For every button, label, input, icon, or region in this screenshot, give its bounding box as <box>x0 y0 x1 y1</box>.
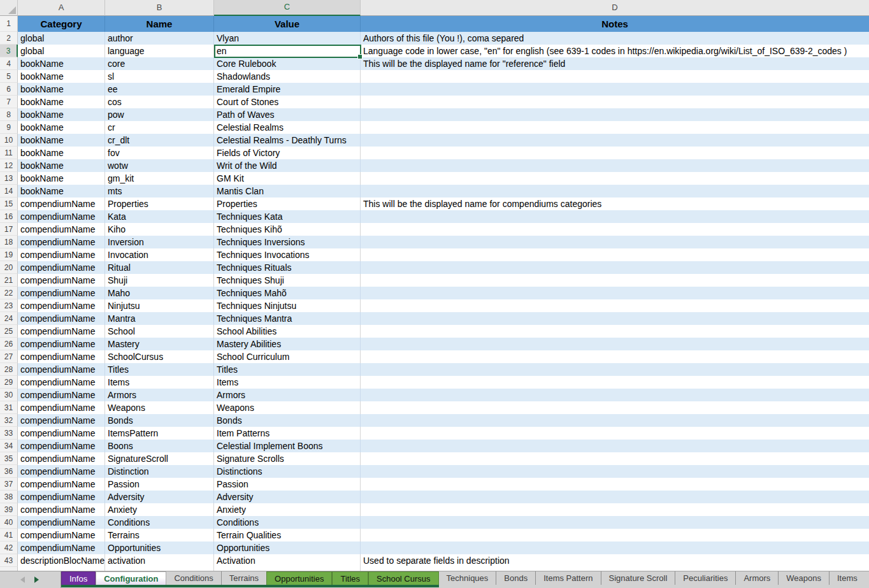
cell-name[interactable]: Invocation <box>105 248 214 261</box>
cell-notes[interactable] <box>361 172 869 185</box>
cell-value[interactable]: Core Rulebook <box>214 57 361 70</box>
row-number[interactable]: 8 <box>0 108 18 121</box>
row-number[interactable]: 3 <box>0 45 18 57</box>
row-number[interactable]: 12 <box>0 159 18 172</box>
cell-value[interactable]: Opportunities <box>214 541 361 554</box>
row-number[interactable]: 6 <box>0 83 18 96</box>
sheet-tab-infos[interactable]: Infos <box>61 571 96 585</box>
row-number[interactable]: 26 <box>0 338 18 350</box>
row-number[interactable]: 38 <box>0 491 18 503</box>
cell-name[interactable]: Terrains <box>105 529 214 541</box>
cell-category[interactable]: bookName <box>18 147 105 159</box>
cell-category[interactable]: global <box>18 45 105 57</box>
cell-category[interactable]: compendiumName <box>18 325 105 338</box>
cell-value[interactable]: Techniques Mantra <box>214 312 361 325</box>
row-number[interactable]: 11 <box>0 147 18 159</box>
cell-value[interactable]: Path of Waves <box>214 108 361 121</box>
row-number[interactable]: 13 <box>0 172 18 185</box>
cell-notes[interactable] <box>361 274 869 287</box>
cell-notes[interactable] <box>361 108 869 121</box>
row-number[interactable]: 42 <box>0 541 18 554</box>
cell-value[interactable]: School Curriculum <box>214 350 361 363</box>
cell-name[interactable]: Weapons <box>105 401 214 414</box>
row-number[interactable]: 24 <box>0 312 18 325</box>
cell-category[interactable]: compendiumName <box>18 210 105 223</box>
cell-notes[interactable] <box>361 312 869 325</box>
cell-notes[interactable] <box>361 427 869 440</box>
cell-category[interactable]: compendiumName <box>18 491 105 503</box>
sheet-tab-armors[interactable]: Armors <box>735 571 778 585</box>
cell-value[interactable]: Techniques Mahõ <box>214 287 361 299</box>
cell-value[interactable]: Anxiety <box>214 503 361 516</box>
cell-notes[interactable]: Authors of this file (You !), coma separ… <box>361 32 869 45</box>
row-number[interactable]: 43 <box>0 554 18 567</box>
cell-category[interactable]: compendiumName <box>18 465 105 478</box>
sheet-tab-terrains[interactable]: Terrains <box>221 571 266 585</box>
row-number[interactable]: 32 <box>0 414 18 427</box>
cell-category[interactable]: compendiumName <box>18 248 105 261</box>
row-number[interactable]: 27 <box>0 350 18 363</box>
row-number[interactable]: 2 <box>0 32 18 45</box>
column-header-a[interactable]: A <box>18 0 105 16</box>
cell-category[interactable]: bookName <box>18 134 105 147</box>
row-number[interactable]: 35 <box>0 452 18 465</box>
row-number[interactable]: 10 <box>0 134 18 147</box>
cell-name[interactable]: Mantra <box>105 312 214 325</box>
cell-notes[interactable] <box>361 401 869 414</box>
select-all-button[interactable] <box>0 0 18 16</box>
cell-value[interactable]: Mastery Abilities <box>214 338 361 350</box>
cell-name[interactable]: Bonds <box>105 414 214 427</box>
cell-notes[interactable] <box>361 363 869 376</box>
cell-category[interactable]: bookName <box>18 172 105 185</box>
cell-notes[interactable] <box>361 440 869 452</box>
cell-name[interactable]: Mastery <box>105 338 214 350</box>
row-number[interactable]: 29 <box>0 376 18 389</box>
row-number[interactable]: 30 <box>0 389 18 401</box>
cell-notes[interactable] <box>361 121 869 134</box>
row-number[interactable]: 22 <box>0 287 18 299</box>
cell-value[interactable]: Mantis Clan <box>214 185 361 197</box>
sheet-tab-configuration[interactable]: Configuration <box>96 571 166 585</box>
sheet-tab-conditions[interactable]: Conditions <box>166 571 220 585</box>
cell-name[interactable]: Distinction <box>105 465 214 478</box>
cell-value[interactable]: Emerald Empire <box>214 83 361 96</box>
cell-name[interactable]: Properties <box>105 197 214 210</box>
row-number[interactable]: 40 <box>0 516 18 529</box>
cell-category[interactable]: compendiumName <box>18 529 105 541</box>
cell-category[interactable]: bookName <box>18 57 105 70</box>
cell-value[interactable]: Fields of Victory <box>214 147 361 159</box>
cell-category[interactable]: compendiumName <box>18 389 105 401</box>
cell-notes[interactable] <box>361 223 869 236</box>
cell-notes[interactable] <box>361 248 869 261</box>
cell-value[interactable]: Writ of the Wild <box>214 159 361 172</box>
cell-notes[interactable] <box>361 414 869 427</box>
row-number[interactable]: 33 <box>0 427 18 440</box>
cell-notes[interactable] <box>361 376 869 389</box>
cell-notes[interactable] <box>361 389 869 401</box>
cell-notes[interactable]: Language code in lower case, "en" for en… <box>361 45 869 57</box>
row-number[interactable]: 14 <box>0 185 18 197</box>
cell-category[interactable]: compendiumName <box>18 440 105 452</box>
cell-notes[interactable] <box>361 478 869 491</box>
cell-name[interactable]: Inversion <box>105 236 214 248</box>
cell-value[interactable]: School Abilities <box>214 325 361 338</box>
cell-notes[interactable] <box>361 185 869 197</box>
row-number[interactable]: 25 <box>0 325 18 338</box>
cell-name[interactable]: cr_dlt <box>105 134 214 147</box>
cell-value[interactable]: Techniques Invocations <box>214 248 361 261</box>
cell-category[interactable]: bookName <box>18 70 105 83</box>
row-number[interactable]: 23 <box>0 299 18 312</box>
cell-value[interactable]: Techniques Rituals <box>214 261 361 274</box>
cell-name[interactable]: pow <box>105 108 214 121</box>
cell-notes[interactable] <box>361 287 869 299</box>
cell-notes[interactable] <box>361 236 869 248</box>
header-cell-name[interactable]: Name <box>105 16 214 32</box>
cell-name[interactable]: Opportunities <box>105 541 214 554</box>
cell-notes[interactable] <box>361 147 869 159</box>
cell-category[interactable]: compendiumName <box>18 376 105 389</box>
cell-notes[interactable] <box>361 159 869 172</box>
row-number[interactable]: 4 <box>0 57 18 70</box>
cell-name[interactable]: Items <box>105 376 214 389</box>
cell-value[interactable]: Item Patterns <box>214 427 361 440</box>
cell-name[interactable]: language <box>105 45 214 57</box>
